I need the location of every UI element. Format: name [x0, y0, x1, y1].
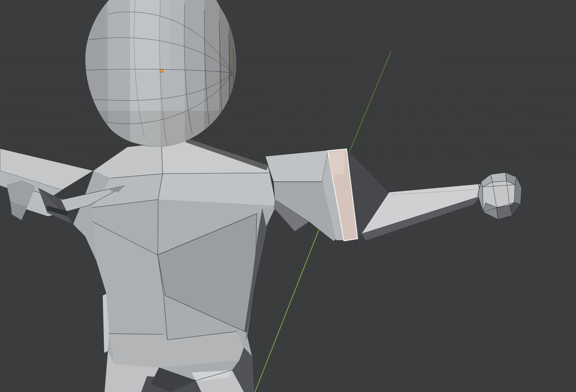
selected-face-sheen[interactable] — [329, 150, 345, 175]
object-origin — [160, 69, 163, 73]
viewport-3d[interactable] — [0, 0, 576, 392]
hand-ball-facet[interactable] — [491, 173, 507, 182]
viewport-canvas[interactable] — [0, 0, 576, 392]
origin-dot — [160, 69, 163, 73]
head-top-light[interactable] — [106, 0, 170, 71]
